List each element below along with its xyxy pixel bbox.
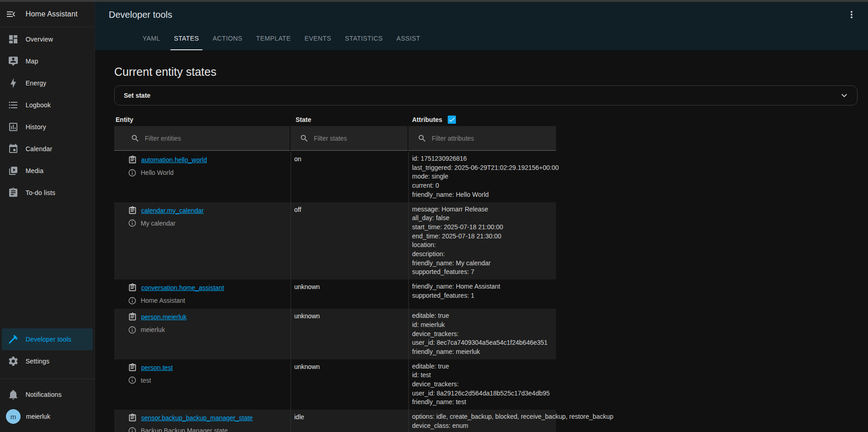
attribute-line: editable: true <box>412 311 552 321</box>
attribute-line: friendly_name: test <box>412 398 552 407</box>
attribute-line: mode: single <box>412 172 552 181</box>
entity-name: Hello World <box>141 169 174 176</box>
format-list-bulleted-icon <box>8 100 19 111</box>
entity-link[interactable]: person.test <box>141 364 173 371</box>
entity-attributes: id: 1751230926816last_triggered: 2025-06… <box>408 152 556 202</box>
entity-attributes: editable: trueid: testdevice_trackers:us… <box>408 359 556 410</box>
chart-box-icon <box>8 121 19 132</box>
filter-states-field[interactable] <box>291 126 408 151</box>
entity-link[interactable]: calendar.my_calendar <box>141 207 204 214</box>
sidebar-user[interactable]: m meierluk <box>0 406 95 427</box>
info-icon[interactable] <box>128 376 137 385</box>
entity-cell: person.test test <box>114 359 291 410</box>
entity-states-table: Entity State Attributes <box>114 113 556 432</box>
sidebar-item-overview[interactable]: Overview <box>0 28 95 50</box>
table-row: calendar.my_calendar My calendar off mes… <box>114 202 556 280</box>
home-assistant-app: Home Assistant Overview Map Energy Logbo… <box>0 0 868 432</box>
sidebar-item-calendar[interactable]: Calendar <box>0 138 95 160</box>
info-icon[interactable] <box>128 219 137 227</box>
sidebar-item-label: Energy <box>26 79 47 87</box>
entity-link[interactable]: person.meierluk <box>141 313 187 321</box>
tab-statistics[interactable]: STATISTICS <box>341 27 386 50</box>
sidebar-item-label: Developer tools <box>26 336 71 343</box>
section-heading: Current entity states <box>114 64 857 79</box>
attribute-line: friendly_name: Home Assistant <box>412 282 552 291</box>
entity-name: My calendar <box>141 220 175 227</box>
sidebar: Home Assistant Overview Map Energy Logbo… <box>0 2 95 432</box>
clipboard-list-icon <box>8 187 19 198</box>
sidebar-item-label: Settings <box>26 358 49 365</box>
filter-entities-input[interactable] <box>145 135 256 142</box>
filter-states-input[interactable] <box>314 135 389 142</box>
table-row: sensor.backup_backup_manager_state Backu… <box>114 410 556 432</box>
sidebar-item-developer-tools[interactable]: Developer tools <box>2 328 93 350</box>
overflow-menu-icon[interactable] <box>846 9 857 20</box>
entity-link[interactable]: conversation.home_assistant <box>141 284 224 291</box>
filter-entities-field[interactable] <box>114 126 291 151</box>
cog-icon <box>8 356 19 367</box>
sidebar-item-label: Logbook <box>26 101 51 109</box>
entity-link[interactable]: automation.hello_world <box>141 156 207 163</box>
entity-attributes: message: Homarr Releaseall_day: falsesta… <box>408 202 556 280</box>
avatar: m <box>6 409 21 424</box>
entity-link[interactable]: sensor.backup_backup_manager_state <box>141 414 253 421</box>
info-icon[interactable] <box>128 427 137 432</box>
view-dashboard-icon <box>8 34 19 45</box>
attribute-line: user_id: 8ec7ca7409304a5ea54c1f24b646e35… <box>412 338 552 348</box>
tab-yaml[interactable]: YAML <box>139 27 164 50</box>
attribute-line: device_class: enum <box>412 421 552 431</box>
column-header-state: State <box>291 116 408 123</box>
calendar-icon <box>8 143 19 154</box>
sidebar-item-map[interactable]: Map <box>0 50 95 72</box>
column-header-entity: Entity <box>114 116 291 123</box>
set-state-expander[interactable]: Set state <box>114 85 857 105</box>
tab-template[interactable]: TEMPLATE <box>253 27 295 50</box>
sidebar-item-settings[interactable]: Settings <box>0 350 95 372</box>
tab-actions[interactable]: ACTIONS <box>209 27 246 50</box>
sidebar-item-media[interactable]: Media <box>0 160 95 182</box>
info-icon[interactable] <box>128 296 137 305</box>
copy-entity-id-icon[interactable] <box>128 155 137 164</box>
tab-assist[interactable]: ASSIST <box>393 27 424 50</box>
attributes-checkbox[interactable] <box>448 116 456 124</box>
table-row: person.test test unknown editable: truei… <box>114 359 556 410</box>
app-header: Developer tools YAML STATES ACTIONS TEMP… <box>95 2 868 50</box>
attribute-line: supported_features: 7 <box>412 268 552 277</box>
info-icon[interactable] <box>128 169 137 177</box>
lightning-bolt-icon <box>8 78 19 89</box>
search-icon <box>131 134 140 143</box>
menu-open-icon[interactable] <box>5 9 16 20</box>
copy-entity-id-icon[interactable] <box>128 363 137 372</box>
tab-states[interactable]: STATES <box>170 27 203 50</box>
sidebar-item-history[interactable]: History <box>0 116 95 138</box>
attribute-line: friendly_name: meierluk <box>412 348 552 357</box>
filter-attributes-input[interactable] <box>432 135 529 142</box>
copy-entity-id-icon[interactable] <box>128 206 137 215</box>
copy-entity-id-icon[interactable] <box>128 413 137 422</box>
tab-events[interactable]: EVENTS <box>301 27 335 50</box>
column-header-attributes: Attributes <box>408 116 556 124</box>
attribute-line: id: meierluk <box>412 321 552 330</box>
copy-entity-id-icon[interactable] <box>128 283 137 292</box>
entity-name: meierluk <box>141 326 165 333</box>
sidebar-item-energy[interactable]: Energy <box>0 72 95 94</box>
hammer-icon <box>8 334 19 345</box>
chevron-down-icon <box>839 90 850 101</box>
copy-entity-id-icon[interactable] <box>128 312 137 321</box>
entity-state: unknown <box>291 309 408 359</box>
sidebar-item-logbook[interactable]: Logbook <box>0 94 95 116</box>
attributes-label: Attributes <box>412 116 442 123</box>
attribute-line: id: test <box>412 371 552 380</box>
sidebar-header: Home Assistant <box>0 2 95 26</box>
sidebar-item-label: History <box>26 123 46 131</box>
table-body: automation.hello_world Hello World on id… <box>114 152 556 432</box>
search-icon <box>418 134 427 143</box>
info-icon[interactable] <box>128 326 137 334</box>
page-title: Developer tools <box>109 10 172 20</box>
filter-row <box>114 126 556 152</box>
filter-attributes-field[interactable] <box>408 126 556 151</box>
sidebar-item-notifications[interactable]: Notifications <box>0 384 95 406</box>
entity-name: Backup Backup Manager state <box>141 427 228 432</box>
table-row: automation.hello_world Hello World on id… <box>114 152 556 202</box>
sidebar-item-to-do-lists[interactable]: To-do lists <box>0 182 95 204</box>
